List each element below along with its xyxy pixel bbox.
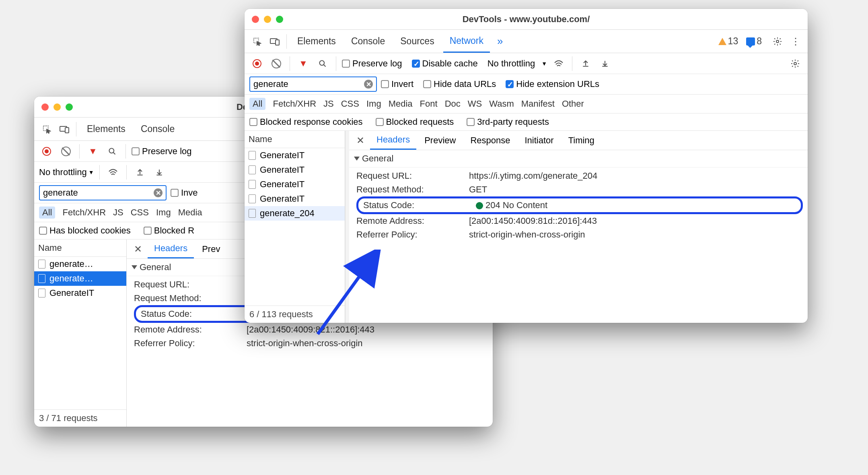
record-icon[interactable] (249, 56, 265, 71)
throttling-select[interactable]: No throttling ▼ (487, 58, 547, 69)
request-row[interactable]: GenerateIT (245, 192, 345, 206)
warning-icon (718, 38, 726, 45)
tab-response[interactable]: Response (464, 131, 516, 150)
record-icon[interactable] (39, 144, 54, 159)
tab-network[interactable]: Network (443, 30, 490, 53)
filter-input[interactable]: ✕ (249, 76, 377, 92)
document-icon (249, 180, 256, 189)
tab-sources[interactable]: Sources (394, 30, 440, 53)
request-row[interactable]: GenerateIT (245, 148, 345, 163)
throttling-select[interactable]: No throttling ▼ (39, 167, 94, 178)
search-icon[interactable] (315, 56, 330, 71)
close-detail-icon[interactable]: ✕ (352, 135, 368, 146)
invert-checkbox[interactable]: Invert (381, 79, 413, 89)
type-css[interactable]: CSS (341, 99, 359, 109)
request-count: 6 / 113 requests (245, 306, 345, 323)
type-all[interactable]: All (249, 98, 265, 110)
request-row[interactable]: GenerateIT (245, 163, 345, 177)
name-column-header[interactable]: Name (245, 131, 345, 148)
blocked-requests-checkbox[interactable]: Blocked requests (376, 117, 454, 127)
type-img[interactable]: Img (366, 99, 381, 109)
scrollbar[interactable] (345, 131, 349, 323)
disable-cache-checkbox[interactable]: Disable cache (412, 58, 478, 69)
filter-icon[interactable]: ▼ (296, 56, 311, 71)
general-section[interactable]: General (349, 150, 808, 167)
preserve-log-checkbox[interactable]: Preserve log (132, 146, 192, 157)
import-icon[interactable] (132, 165, 148, 180)
device-toggle-icon[interactable] (267, 34, 282, 49)
settings-icon[interactable] (770, 34, 785, 49)
type-fetch[interactable]: Fetch/XHR (273, 99, 316, 109)
request-row[interactable]: GenerateIT (34, 286, 126, 300)
devtools-tabs: Elements Console Sources Network » 13 8 … (245, 30, 808, 53)
type-font[interactable]: Font (420, 99, 438, 109)
titlebar: DevTools - www.youtube.com/ (245, 9, 808, 30)
more-menu-icon[interactable]: ⋮ (788, 34, 803, 49)
minimize-icon[interactable] (264, 16, 271, 23)
hide-extension-urls-checkbox[interactable]: Hide extension URLs (506, 79, 599, 89)
type-css[interactable]: CSS (131, 207, 149, 218)
clear-filter-icon[interactable]: ✕ (364, 80, 373, 89)
request-row[interactable]: GenerateIT (245, 177, 345, 192)
zoom-icon[interactable] (66, 103, 73, 111)
network-settings-icon[interactable] (788, 56, 803, 71)
tab-elements[interactable]: Elements (80, 118, 132, 140)
preserve-log-checkbox[interactable]: Preserve log (342, 58, 402, 69)
filter-icon[interactable]: ▼ (85, 144, 101, 159)
messages-badge[interactable]: 8 (746, 36, 762, 47)
type-all[interactable]: All (39, 207, 55, 219)
tab-console[interactable]: Console (345, 30, 391, 53)
name-column-header[interactable]: Name (34, 240, 126, 257)
clear-icon[interactable] (269, 56, 284, 71)
tab-initiator[interactable]: Initiator (518, 131, 560, 150)
export-icon[interactable] (597, 56, 613, 71)
blocked-requests-checkbox[interactable]: Blocked R (144, 225, 194, 236)
blocked-response-cookies-checkbox[interactable]: Blocked response cookies (249, 117, 363, 127)
search-icon[interactable] (105, 144, 120, 159)
type-other[interactable]: Other (562, 99, 584, 109)
tab-timing[interactable]: Timing (562, 131, 601, 150)
type-manifest[interactable]: Manifest (521, 99, 555, 109)
import-icon[interactable] (578, 56, 593, 71)
type-ws[interactable]: WS (468, 99, 482, 109)
type-wasm[interactable]: Wasm (489, 99, 514, 109)
close-icon[interactable] (252, 16, 259, 23)
third-party-checkbox[interactable]: 3rd-party requests (467, 117, 549, 127)
type-img[interactable]: Img (156, 207, 171, 218)
clear-icon[interactable] (58, 144, 74, 159)
type-media[interactable]: Media (178, 207, 202, 218)
inspect-icon[interactable] (249, 34, 265, 49)
request-row[interactable]: generate… (34, 257, 126, 271)
request-row[interactable]: generate… (34, 271, 126, 286)
type-js[interactable]: JS (323, 99, 334, 109)
svg-point-3 (109, 148, 114, 153)
tab-preview[interactable]: Prev (195, 240, 226, 258)
close-detail-icon[interactable]: ✕ (130, 244, 146, 255)
hide-data-urls-checkbox[interactable]: Hide data URLs (423, 79, 496, 89)
type-media[interactable]: Media (389, 99, 413, 109)
more-tabs-icon[interactable]: » (492, 35, 508, 48)
inspect-icon[interactable] (39, 122, 54, 137)
warnings-badge[interactable]: 13 (718, 36, 738, 47)
request-row[interactable]: generate_204 (245, 206, 345, 221)
clear-filter-icon[interactable]: ✕ (154, 188, 162, 197)
network-conditions-icon[interactable] (551, 56, 566, 71)
device-toggle-icon[interactable] (57, 122, 72, 137)
network-conditions-icon[interactable] (105, 165, 121, 180)
tab-preview[interactable]: Preview (418, 131, 462, 150)
filter-input[interactable]: ✕ (39, 185, 167, 200)
has-blocked-cookies-checkbox[interactable]: Has blocked cookies (39, 225, 131, 236)
close-icon[interactable] (41, 103, 49, 111)
tab-headers[interactable]: Headers (370, 131, 416, 150)
document-icon (249, 151, 256, 160)
type-fetch[interactable]: Fetch/XHR (62, 207, 106, 218)
tab-elements[interactable]: Elements (291, 30, 342, 53)
invert-checkbox[interactable]: Inve (171, 188, 198, 198)
type-doc[interactable]: Doc (445, 99, 461, 109)
tab-headers[interactable]: Headers (148, 240, 194, 258)
zoom-icon[interactable] (276, 16, 283, 23)
export-icon[interactable] (152, 165, 167, 180)
tab-console[interactable]: Console (134, 118, 181, 140)
type-js[interactable]: JS (113, 207, 123, 218)
minimize-icon[interactable] (53, 103, 61, 111)
